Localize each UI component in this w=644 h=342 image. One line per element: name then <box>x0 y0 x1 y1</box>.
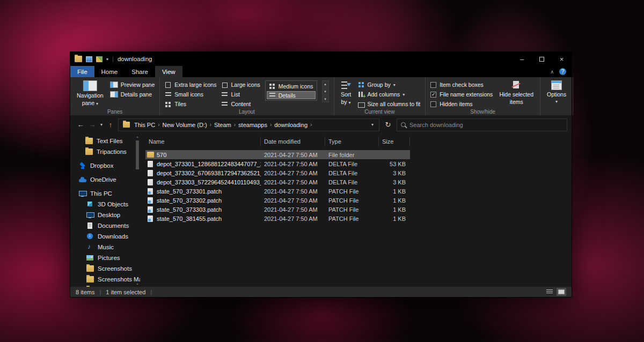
size-all-columns-button[interactable]: Size all columns to fit <box>358 100 421 108</box>
qat-customize-chevron-icon[interactable]: ▾ <box>106 57 108 62</box>
file-row-state-373302[interactable]: state_570_373302.patch 2021-04-27 7:50 A… <box>145 196 410 205</box>
file-row-state-373303[interactable]: state_570_373303.patch 2021-04-27 7:50 A… <box>145 205 410 214</box>
sidebar-item-dropbox[interactable]: Dropbox <box>70 160 140 171</box>
scroll-up-icon[interactable]: ▴ <box>135 135 140 138</box>
file-date: 2021-04-27 7:50 AM <box>261 206 325 213</box>
item-check-boxes-checkbox[interactable] <box>430 82 436 88</box>
layout-column-2: Large icons List Content <box>221 80 260 108</box>
file-row-depot-373302[interactable]: depot_373302_6706938172947362521_125... … <box>145 168 410 177</box>
details-pane-icon <box>110 91 118 98</box>
group-by-button[interactable]: Group by ▾ <box>358 81 421 88</box>
recent-locations-chevron-icon[interactable]: ▾ <box>98 122 105 127</box>
address-bar[interactable]: This PC › New Volume (D:) › Steam › stea… <box>118 118 379 131</box>
column-header-name[interactable]: Name <box>145 137 261 146</box>
navigation-pane-button[interactable]: Navigation pane ▾ <box>75 80 105 108</box>
large-icons-view-toggle-icon[interactable] <box>557 288 566 296</box>
gallery-more-button[interactable]: ▾ <box>322 95 329 102</box>
sidebar-item-onedrive[interactable]: OneDrive <box>70 174 140 185</box>
file-row-depot-373301[interactable]: depot_373301_128688122483447077_2932... … <box>145 159 410 168</box>
search-box[interactable] <box>397 118 567 131</box>
large-icons-button[interactable]: Large icons <box>221 81 260 88</box>
breadcrumb-steamapps[interactable]: steamapps <box>236 122 270 128</box>
hidden-items-option[interactable]: Hidden items <box>430 100 493 108</box>
folder-icon <box>85 148 93 155</box>
sidebar-item-3d-objects[interactable]: 3D Objects <box>70 199 140 210</box>
forward-button[interactable]: → <box>86 119 98 131</box>
gallery-scroll-up-button[interactable]: ▴ <box>322 80 329 87</box>
sidebar-item-music[interactable]: Music <box>70 242 140 252</box>
help-icon[interactable]: ? <box>559 68 566 75</box>
column-header-size[interactable]: Size <box>379 137 410 146</box>
add-columns-button[interactable]: Add columns ▾ <box>358 91 421 98</box>
sidebar-item-pictures[interactable]: Pictures <box>70 252 140 263</box>
file-row-570[interactable]: 570 2021-04-27 7:50 AM File folder <box>145 150 410 159</box>
maximize-button[interactable] <box>532 52 552 66</box>
details-pane-button[interactable]: Details pane <box>110 91 155 98</box>
details-view-toggle-icon[interactable] <box>545 288 554 296</box>
collapse-ribbon-icon[interactable]: ∧ <box>550 69 554 75</box>
preview-pane-label: Preview pane <box>121 81 155 88</box>
breadcrumb-chevron-icon[interactable]: › <box>310 122 312 128</box>
close-button[interactable]: × <box>552 52 572 66</box>
status-separator: | <box>99 289 101 295</box>
file-type: DELTA File <box>325 179 379 185</box>
breadcrumb-new-volume-d[interactable]: New Volume (D:) <box>159 122 209 128</box>
details-view-button[interactable]: Details <box>267 91 316 99</box>
sidebar-item-tripactions[interactable]: Tripactions <box>70 146 140 157</box>
hidden-items-checkbox[interactable] <box>430 101 436 107</box>
content-button[interactable]: Content <box>221 100 260 108</box>
sidebar-item-downloads[interactable]: Downloads <box>70 231 140 242</box>
refresh-button[interactable]: ↻ <box>382 119 394 131</box>
sidebar-scrollbar[interactable]: ▴ ▾ <box>135 135 140 286</box>
column-header-date-modified[interactable]: Date modified <box>261 137 325 146</box>
tab-share[interactable]: Share <box>125 66 155 77</box>
breadcrumb-downloading[interactable]: downloading <box>272 122 310 128</box>
address-dropdown-icon[interactable]: ▾ <box>369 122 376 127</box>
status-bar: 8 items | 1 item selected | <box>70 287 572 297</box>
up-button[interactable]: ↑ <box>105 119 116 131</box>
scroll-down-icon[interactable]: ▾ <box>135 282 140 286</box>
column-header-type[interactable]: Type <box>325 137 379 146</box>
sidebar-item-this-pc[interactable]: This PC <box>70 188 140 199</box>
search-input[interactable] <box>409 122 563 128</box>
file-name-extensions-checkbox[interactable]: ✓ <box>430 92 436 98</box>
sidebar-item-partial[interactable] <box>70 285 140 287</box>
sidebar-item-label: Pictures <box>98 255 120 261</box>
sidebar-item-text-files[interactable]: Text Files <box>70 136 140 146</box>
options-button[interactable]: Options ▾ <box>545 80 568 106</box>
size-all-columns-label: Size all columns to fit <box>368 101 421 107</box>
breadcrumb-this-pc[interactable]: This PC <box>131 122 158 128</box>
sidebar-item-desktop[interactable]: Desktop <box>70 210 140 220</box>
new-folder-icon[interactable] <box>96 56 103 62</box>
sidebar-item-documents[interactable]: Documents <box>70 220 140 231</box>
sidebar-item-screenshots-mac[interactable]: Screenshots Mac <box>70 274 140 285</box>
sort-by-button[interactable]: Sort by ▾ <box>339 80 353 107</box>
tiles-button[interactable]: Tiles <box>165 100 216 108</box>
tab-home[interactable]: Home <box>94 66 125 77</box>
sidebar-item-screenshots[interactable]: Screenshots <box>70 263 140 274</box>
gallery-scroll-down-button[interactable]: ▾ <box>322 88 329 95</box>
file-name: state_570_373302.patch <box>157 197 222 204</box>
preview-pane-button[interactable]: Preview pane <box>110 81 155 88</box>
scrollbar-thumb[interactable] <box>136 140 139 169</box>
hide-selected-items-button[interactable]: Hide selected items <box>497 80 535 106</box>
tab-view[interactable]: View <box>155 66 182 77</box>
back-button[interactable]: ← <box>75 119 86 131</box>
file-name-extensions-option[interactable]: ✓ File name extensions <box>430 91 493 98</box>
extra-large-icons-button[interactable]: Extra large icons <box>165 81 216 88</box>
item-check-boxes-option[interactable]: Item check boxes <box>430 81 493 88</box>
file-row-state-373301[interactable]: state_570_373301.patch 2021-04-27 7:50 A… <box>145 187 410 196</box>
file-row-depot-373303[interactable]: depot_373303_5722964524410110493_667... … <box>145 177 410 187</box>
file-size: 1 KB <box>379 215 410 222</box>
tab-file[interactable]: File <box>70 66 94 77</box>
file-date: 2021-04-27 7:50 AM <box>261 188 325 195</box>
breadcrumb-steam[interactable]: Steam <box>211 122 234 128</box>
medium-icons-button[interactable]: Medium icons <box>267 82 316 90</box>
small-icons-button[interactable]: Small icons <box>165 91 216 98</box>
file-row-state-381455[interactable]: state_570_381455.patch 2021-04-27 7:50 A… <box>145 214 410 223</box>
list-button[interactable]: List <box>221 91 260 98</box>
file-icon <box>148 179 153 185</box>
minimize-button[interactable]: – <box>512 52 532 66</box>
properties-icon[interactable] <box>86 56 92 62</box>
medium-icons-icon <box>269 83 276 89</box>
